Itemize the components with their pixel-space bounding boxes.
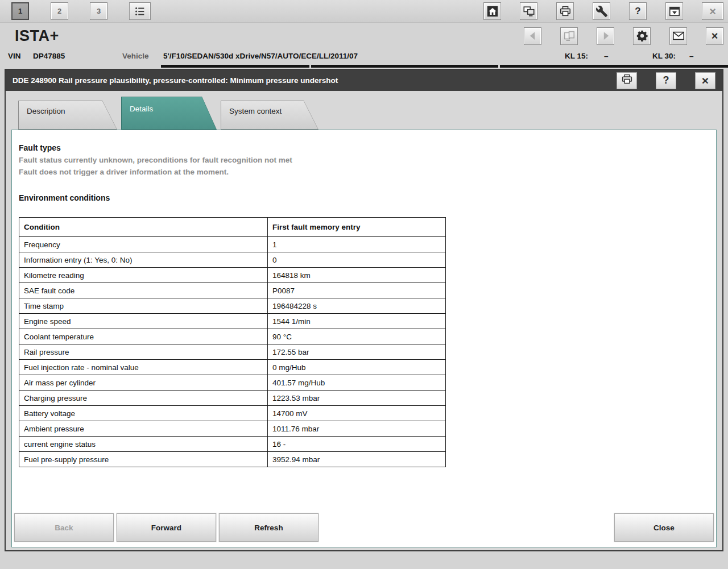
table-row: Engine speed1544 1/min	[19, 314, 446, 329]
value-cell: 0	[268, 252, 446, 268]
refresh-button[interactable]: Refresh	[219, 513, 318, 542]
task-list-button[interactable]	[129, 2, 151, 20]
kl30-value: –	[689, 52, 694, 60]
condition-cell: Time stamp	[19, 298, 268, 314]
table-row: current engine status16 -	[19, 437, 446, 452]
kl15-label: KL 15:	[565, 52, 588, 60]
nav-back-button[interactable]	[524, 27, 541, 45]
screen-switcher-group: 1 2 3	[11, 2, 151, 20]
dialog-close-button[interactable]: ×	[695, 72, 715, 89]
tab-details[interactable]: Details	[121, 97, 217, 130]
value-cell: 401.57 mg/Hub	[268, 375, 446, 391]
value-cell: 3952.94 mbar	[268, 452, 446, 467]
condition-column-header: Condition	[19, 218, 268, 237]
kl15-value: –	[604, 52, 609, 60]
condition-cell: current engine status	[19, 437, 268, 452]
print-button[interactable]	[556, 2, 574, 20]
workshop-close-button[interactable]: ×	[706, 27, 723, 45]
options-button[interactable]	[633, 27, 651, 45]
fault-status-line: Fault status currently unknown, precondi…	[19, 156, 716, 164]
vehicle-label: Vehicle	[122, 52, 149, 60]
value-cell: 0 mg/Hub	[268, 360, 446, 375]
fault-types-heading: Fault types	[19, 143, 716, 152]
tab-label: System context	[221, 101, 318, 115]
vehicle-info-bar: VIN DP47885 Vehicle 5'/F10/SEDAN/530d xD…	[0, 49, 728, 65]
messages-button[interactable]	[669, 27, 687, 45]
condition-cell: Coolant temperature	[19, 329, 268, 344]
back-button[interactable]: Back	[14, 513, 114, 542]
table-header-row: Condition First fault memory entry	[19, 218, 446, 237]
value-cell: 1223.53 mbar	[268, 391, 446, 406]
value-cell: 1	[268, 237, 446, 252]
env-table-body: Frequency1Information entry (1: Yes, 0: …	[19, 237, 446, 467]
value-cell: 164818 km	[268, 268, 446, 283]
vehicle-description: 5'/F10/SEDAN/530d xDrive/N57/AUTO/ECE/LL…	[163, 52, 358, 60]
tab-description[interactable]: Description	[18, 101, 117, 130]
kl30-label: KL 30:	[652, 52, 676, 60]
background-tab-edge	[500, 65, 728, 68]
global-actions-group: ? ×	[483, 2, 723, 20]
dialog-print-button[interactable]	[617, 72, 637, 89]
background-tab-edge	[311, 65, 498, 68]
close-button[interactable]: Close	[614, 513, 714, 542]
table-row: SAE fault codeP0087	[19, 283, 446, 298]
data-transfer-button[interactable]	[560, 27, 578, 45]
fault-detail-dialog: DDE 248900 Rail pressure plausibility, p…	[5, 69, 723, 551]
value-column-header: First fault memory entry	[268, 218, 446, 237]
condition-cell: Charging pressure	[19, 391, 268, 406]
table-row: Fuel injection rate - nominal value0 mg/…	[19, 360, 446, 375]
application-close-button[interactable]: ×	[702, 2, 723, 20]
settings-tools-button[interactable]	[593, 2, 610, 20]
condition-cell: Air mass per cylinder	[19, 375, 268, 391]
condition-cell: Battery voltage	[19, 406, 268, 421]
transfer-pages-icon	[563, 30, 576, 42]
forward-button[interactable]: Forward	[117, 513, 216, 542]
condition-cell: SAE fault code	[19, 283, 268, 298]
vin-value: DP47885	[33, 52, 65, 60]
condition-cell: Frequency	[19, 237, 268, 252]
environment-conditions-heading: Environment conditions	[19, 193, 716, 202]
gear-icon	[636, 30, 648, 42]
table-row: Information entry (1: Yes, 0: No)0	[19, 252, 446, 268]
envelope-icon	[672, 30, 685, 42]
vin-label: VIN	[8, 52, 21, 60]
screen-2-button[interactable]: 2	[51, 2, 68, 20]
condition-cell: Rail pressure	[19, 344, 268, 360]
close-icon: ×	[702, 74, 709, 86]
condition-cell: Ambient pressure	[19, 421, 268, 437]
window-collapse-icon	[668, 5, 681, 18]
table-row: Battery voltage14700 mV	[19, 406, 446, 421]
table-row: Fuel pre-supply pressure3952.94 mbar	[19, 452, 446, 467]
dialog-tab-bar: Description Details System context	[18, 99, 722, 130]
app-title: ISTA+	[15, 27, 59, 45]
home-button[interactable]	[483, 2, 501, 20]
table-row: Frequency1	[19, 237, 446, 252]
connection-manager-button[interactable]	[520, 2, 537, 20]
nav-forward-button[interactable]	[597, 27, 614, 45]
table-row: Kilometre reading164818 km	[19, 268, 446, 283]
printer-icon	[621, 73, 633, 88]
screen-1-button[interactable]: 1	[11, 2, 29, 20]
value-cell: P0087	[268, 283, 446, 298]
tab-system-context[interactable]: System context	[221, 101, 318, 130]
question-mark-icon: ?	[663, 74, 669, 86]
value-cell: 1011.76 mbar	[268, 421, 446, 437]
wrench-icon	[595, 5, 608, 18]
screen-3-button[interactable]: 3	[90, 2, 107, 20]
minimize-panel-button[interactable]	[665, 2, 683, 20]
navigation-group: ×	[524, 27, 723, 45]
close-icon: ×	[709, 6, 716, 17]
value-cell: 90 °C	[268, 329, 446, 344]
top-toolbar: 1 2 3	[0, 0, 728, 23]
value-cell: 16 -	[268, 437, 446, 452]
arrow-right-icon	[599, 30, 612, 42]
dialog-titlebar: DDE 248900 Rail pressure plausibility, p…	[6, 70, 722, 91]
value-cell: 1544 1/min	[268, 314, 446, 329]
dialog-help-button[interactable]: ?	[656, 72, 676, 89]
help-button[interactable]: ?	[629, 2, 647, 20]
printer-icon	[559, 5, 572, 18]
condition-cell: Engine speed	[19, 314, 268, 329]
dialog-title: DDE 248900 Rail pressure plausibility, p…	[13, 76, 598, 85]
condition-cell: Kilometre reading	[19, 268, 268, 283]
value-cell: 14700 mV	[268, 406, 446, 421]
